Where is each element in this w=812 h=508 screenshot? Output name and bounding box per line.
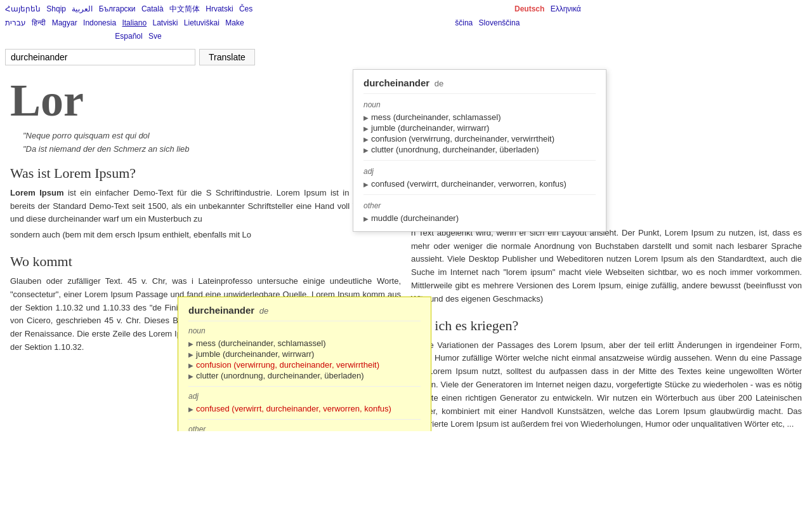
language-row-1: Հայերեն Shqip العربية Български Català 中…: [5, 3, 807, 17]
yellow-popup-noun-2: ▶ jumble (durcheinander, wirrwarr): [188, 349, 421, 359]
section2-title-left: Wo kommt: [10, 253, 401, 270]
yellow-popup-adj-label: adj: [188, 392, 421, 401]
translate-top-popup: durcheinander de noun ▶ mess (durcheinan…: [353, 69, 606, 232]
section1-body-right: n Text abgelenkt wird, wenn er sich ein …: [411, 227, 802, 306]
popup-lang: de: [435, 79, 443, 88]
arrow-icon: ▶: [363, 125, 369, 132]
yellow-popup-noun-3: ▶ confusion (verwirrung, durcheinander, …: [188, 359, 421, 370]
lang-italiano[interactable]: Italiano: [122, 18, 147, 27]
lang-shqip[interactable]: Shqip: [46, 4, 66, 13]
lang-greek[interactable]: Ελληνικά: [551, 4, 581, 13]
arrow-icon: ▶: [363, 114, 369, 121]
arrow-icon: ▶: [188, 373, 193, 380]
section1-body-left-2: sondern auch (bem mit dem ersch Ipsum en…: [10, 229, 401, 242]
arrow-icon: ▶: [363, 215, 369, 222]
language-row-2: עברית हिन्दी Magyar Indonesia Italiano L…: [5, 17, 807, 30]
popup-other-entry-1: ▶ muddle (durcheinander): [363, 213, 596, 224]
lang-sve[interactable]: Sve: [148, 32, 162, 41]
lang-hayeren[interactable]: Հայերեն: [5, 4, 41, 13]
lang-hrvatski[interactable]: Hrvatski: [206, 4, 233, 13]
lang-catala[interactable]: Català: [141, 4, 164, 13]
quote-2: "Da ist niemand der den Schmerz an sich …: [10, 144, 401, 154]
yellow-popup-lang: de: [259, 306, 268, 316]
publisher-text: Publisher: [502, 254, 537, 264]
popup-noun-entry-2: ▶ jumble (durcheinander, wirrwarr): [363, 123, 596, 133]
section1-title: Was ist Lorem Ipsum?: [10, 165, 401, 182]
popup-word: durcheinander: [363, 77, 429, 88]
arrow-icon: ▶: [363, 147, 369, 154]
arrow-icon: ▶: [363, 136, 369, 143]
popup-other-label: other: [363, 201, 596, 210]
yellow-popup-noun-label: noun: [188, 326, 421, 335]
lang-ces[interactable]: Čes: [239, 4, 252, 13]
lang-magyar[interactable]: Magyar: [52, 18, 77, 27]
translate-input[interactable]: durcheinander: [5, 49, 195, 65]
section2-title-right: ann ich es kriegen?: [411, 318, 802, 334]
popup-noun-entry-4: ▶ clutter (unordnung, durcheinander, übe…: [363, 144, 596, 155]
lang-espanol[interactable]: Español: [115, 32, 142, 41]
lang-slovenscina[interactable]: Slovenščina: [479, 18, 520, 27]
lorem-ipsum-label: Lorem Ipsum: [10, 188, 63, 197]
lang-chinese[interactable]: 中文简体: [169, 4, 200, 13]
yellow-popup-other-label: other: [188, 425, 421, 431]
lang-hindi[interactable]: हिन्दी: [32, 18, 46, 27]
arrow-icon: ▶: [188, 340, 193, 347]
lang-indonesia[interactable]: Indonesia: [83, 18, 116, 27]
yellow-popup-noun-1: ▶ mess (durcheinander, schlamassel): [188, 338, 421, 349]
popup-noun-entry-1: ▶ mess (durcheinander, schlamassel): [363, 112, 596, 123]
big-title: Lor: [10, 68, 401, 127]
lang-make[interactable]: Make: [225, 18, 244, 27]
yellow-popup-adj-1: ▶ confused (verwirrt, durcheinander, ver…: [188, 403, 421, 414]
arrow-icon: ▶: [188, 362, 193, 369]
language-bar: Հայերեն Shqip العربية Български Català 中…: [0, 0, 812, 46]
lang-lietuviškai[interactable]: Lietuviškai: [184, 18, 219, 27]
lang-arabic[interactable]: العربية: [72, 4, 93, 13]
lang-latviski[interactable]: Latviski: [152, 18, 178, 27]
section2-body-right: t viele Variationen der Passages des Lor…: [411, 339, 802, 432]
popup-adj-entry-1: ▶ confused (verwirrt, durcheinander, ver…: [363, 178, 596, 189]
section1-body-left: Lorem Ipsum ist ein einfacher Demo-Text …: [10, 187, 401, 226]
yellow-popup-word: durcheinander: [188, 305, 254, 316]
translate-bar: durcheinander Translate durcheinander de…: [0, 46, 812, 68]
language-row-3: Español Sve: [5, 30, 807, 44]
arrow-icon: ▶: [188, 406, 193, 413]
popup-adj-label: adj: [363, 167, 596, 176]
translate-button[interactable]: Translate: [199, 49, 255, 65]
lang-bulgarian[interactable]: Български: [99, 4, 136, 13]
lang-deutsch[interactable]: Deutsch: [514, 4, 544, 13]
popup-noun-label: noun: [363, 100, 596, 109]
lang-scina[interactable]: ščina: [455, 18, 473, 27]
yellow-popup: durcheinander de noun ▶ mess (durcheinan…: [178, 297, 431, 431]
arrow-icon: ▶: [188, 351, 193, 358]
arrow-icon: ▶: [363, 181, 369, 188]
quote-1: "Neque porro quisquam est qui dol: [10, 131, 401, 140]
popup-noun-entry-3: ▶ confusion (verwirrung, durcheinander, …: [363, 133, 596, 144]
lang-hebrew[interactable]: עברית: [5, 18, 26, 27]
yellow-popup-noun-4: ▶ clutter (unordnung, durcheinander, übe…: [188, 370, 421, 381]
